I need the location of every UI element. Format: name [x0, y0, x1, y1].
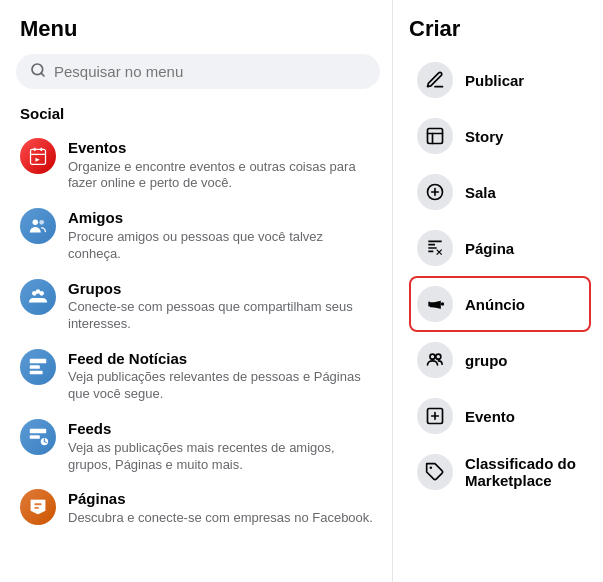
anuncio-label: Anúncio: [465, 296, 525, 313]
menu-item-paginas[interactable]: Páginas Descubra e conecte-se com empres…: [16, 481, 380, 534]
amigos-title: Amigos: [68, 208, 376, 228]
feeds-title: Feeds: [68, 419, 376, 439]
criar-item-sala[interactable]: Sala: [409, 164, 591, 220]
search-icon: [30, 62, 46, 81]
story-icon: [417, 118, 453, 154]
feeds-desc: Veja as publicações mais recentes de ami…: [68, 440, 376, 474]
left-panel: Menu Social: [0, 0, 393, 582]
svg-point-28: [430, 354, 435, 359]
eventos-text: Eventos Organize e encontre eventos e ou…: [68, 138, 376, 192]
grupos-desc: Conecte-se com pessoas que compartilham …: [68, 299, 376, 333]
svg-rect-19: [34, 507, 39, 509]
svg-rect-16: [30, 435, 40, 439]
svg-rect-18: [34, 504, 41, 506]
eventos-icon: [20, 138, 56, 174]
eventos-desc: Organize e encontre eventos e outras coi…: [68, 159, 376, 193]
menu-item-feeds[interactable]: Feeds Veja as publicações mais recentes …: [16, 411, 380, 481]
svg-rect-2: [31, 149, 46, 164]
sala-label: Sala: [465, 184, 496, 201]
amigos-text: Amigos Procure amigos ou pessoas que voc…: [68, 208, 376, 262]
criar-title: Criar: [409, 16, 591, 42]
page-container: Menu Social: [0, 0, 603, 582]
search-input[interactable]: [54, 63, 366, 80]
svg-marker-6: [36, 158, 40, 162]
classificado-label: Classificado do Marketplace: [465, 455, 583, 489]
pagina-icon: [417, 230, 453, 266]
svg-rect-15: [30, 429, 47, 434]
search-box[interactable]: [16, 54, 380, 89]
publicar-label: Publicar: [465, 72, 524, 89]
criar-item-anuncio[interactable]: Anúncio: [409, 276, 591, 332]
paginas-text: Páginas Descubra e conecte-se com empres…: [68, 489, 373, 526]
eventos-title: Eventos: [68, 138, 376, 158]
evento-icon: [417, 398, 453, 434]
svg-rect-12: [30, 359, 47, 364]
svg-rect-13: [30, 365, 40, 369]
grupos-text: Grupos Conecte-se com pessoas que compar…: [68, 279, 376, 333]
menu-item-amigos[interactable]: Amigos Procure amigos ou pessoas que voc…: [16, 200, 380, 270]
svg-point-7: [33, 220, 39, 226]
svg-point-29: [436, 354, 441, 359]
grupos-title: Grupos: [68, 279, 376, 299]
anuncio-icon: [417, 286, 453, 322]
criar-item-story[interactable]: Story: [409, 108, 591, 164]
grupo-label: grupo: [465, 352, 508, 369]
criar-item-publicar[interactable]: Publicar: [409, 52, 591, 108]
feed-icon: [20, 349, 56, 385]
publicar-icon: [417, 62, 453, 98]
svg-line-1: [41, 73, 44, 76]
social-section-label: Social: [16, 105, 380, 122]
feed-title: Feed de Notícias: [68, 349, 376, 369]
evento-label: Evento: [465, 408, 515, 425]
svg-rect-14: [30, 371, 43, 375]
classificado-icon: [417, 454, 453, 490]
criar-item-classificado[interactable]: Classificado do Marketplace: [409, 444, 591, 500]
paginas-desc: Descubra e conecte-se com empresas no Fa…: [68, 510, 373, 527]
story-label: Story: [465, 128, 503, 145]
grupo-icon: [417, 342, 453, 378]
amigos-icon: [20, 208, 56, 244]
menu-item-feed[interactable]: Feed de Notícias Veja publicações releva…: [16, 341, 380, 411]
menu-item-eventos[interactable]: Eventos Organize e encontre eventos e ou…: [16, 130, 380, 200]
criar-item-grupo[interactable]: grupo: [409, 332, 591, 388]
feeds-text: Feeds Veja as publicações mais recentes …: [68, 419, 376, 473]
svg-point-8: [39, 220, 44, 225]
paginas-title: Páginas: [68, 489, 373, 509]
feed-desc: Veja publicações relevantes de pessoas e…: [68, 369, 376, 403]
svg-point-33: [430, 467, 433, 470]
grupos-icon: [20, 279, 56, 315]
criar-item-pagina[interactable]: Página: [409, 220, 591, 276]
paginas-icon: [20, 489, 56, 525]
svg-rect-20: [428, 129, 443, 144]
feeds-icon: [20, 419, 56, 455]
amigos-desc: Procure amigos ou pessoas que você talve…: [68, 229, 376, 263]
right-panel: Criar Publicar Story: [393, 0, 603, 582]
criar-item-evento[interactable]: Evento: [409, 388, 591, 444]
menu-item-grupos[interactable]: Grupos Conecte-se com pessoas que compar…: [16, 271, 380, 341]
pagina-label: Página: [465, 240, 514, 257]
sala-icon: [417, 174, 453, 210]
feed-text: Feed de Notícias Veja publicações releva…: [68, 349, 376, 403]
svg-point-11: [36, 289, 41, 294]
menu-title: Menu: [16, 16, 380, 42]
